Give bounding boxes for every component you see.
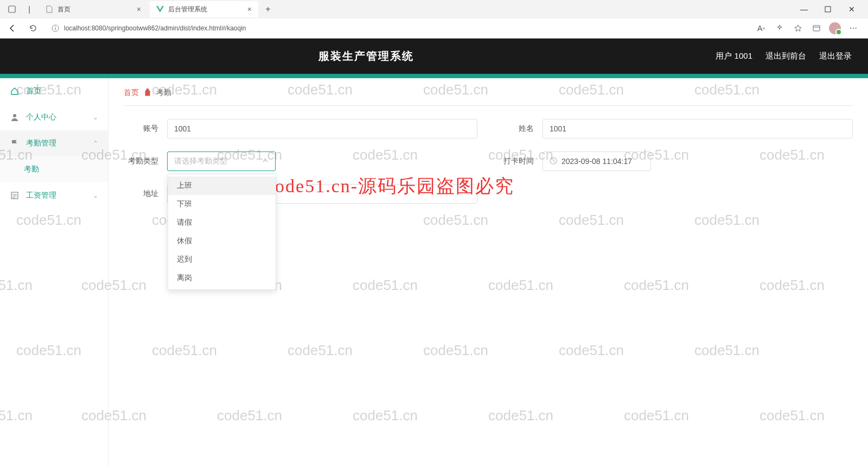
name-input[interactable] [542, 119, 853, 138]
window-controls: — ✕ [792, 1, 864, 17]
svg-point-7 [13, 114, 16, 117]
sidebar-item-salary-mgmt[interactable]: 工资管理 ⌄ [0, 182, 108, 209]
profile-avatar[interactable] [829, 22, 841, 34]
tab-label: 后台管理系统 [168, 5, 207, 14]
app-header: 服装生产管理系统 用户 1001 退出到前台 退出登录 [0, 39, 868, 74]
form-row-account: 账号 [124, 119, 477, 138]
back-button[interactable] [4, 20, 21, 36]
type-option[interactable]: 上班 [168, 176, 276, 195]
sidebar: 首页 个人中心 ⌄ 考勤管理 ⌃ 考勤 工资管理 ⌄ [0, 78, 108, 467]
svg-rect-1 [825, 7, 831, 12]
read-aloud-icon[interactable]: A» [755, 22, 767, 34]
svg-rect-5 [813, 26, 820, 31]
account-field[interactable] [174, 124, 470, 133]
url-text: localhost:8080/springbootww862/admin/dis… [64, 24, 246, 32]
checklist-icon [10, 191, 20, 200]
time-value: 2023-09-08 11:04:17 [561, 157, 632, 166]
account-input[interactable] [167, 119, 477, 138]
logout-link[interactable]: 退出登录 [819, 51, 852, 61]
close-icon[interactable]: × [137, 5, 141, 14]
chevron-down-icon: ⌄ [93, 192, 98, 199]
chevron-up-icon: ⌃ [93, 140, 98, 147]
time-label: 打卡时间 [499, 156, 542, 166]
svg-point-4 [55, 26, 56, 27]
sidebar-item-personal[interactable]: 个人中心 ⌄ [0, 104, 108, 130]
name-field[interactable] [550, 124, 846, 133]
name-label: 姓名 [499, 124, 542, 134]
form-row-time: 打卡时间 2023-09-08 11:04:17 [499, 152, 853, 171]
sidebar-label: 个人中心 [26, 112, 56, 122]
chevron-down-icon: ⌄ [93, 113, 98, 121]
sidebar-item-attendance[interactable]: 考勤 [0, 156, 108, 182]
toolbar-right: A» ⋯ [755, 22, 864, 34]
svg-rect-0 [9, 6, 15, 12]
refresh-button[interactable] [25, 20, 41, 36]
exit-front-link[interactable]: 退出到前台 [765, 51, 806, 61]
type-placeholder: 请选择考勤类型 [174, 156, 227, 166]
content: 首页 考勤 账号 姓名 考勤类型 请选 [108, 78, 868, 467]
type-option[interactable]: 迟到 [168, 250, 276, 269]
close-window-button[interactable]: ✕ [840, 1, 864, 17]
type-option[interactable]: 下班 [168, 195, 276, 213]
star-sparkle-icon[interactable] [774, 22, 786, 34]
clock-icon [550, 157, 557, 166]
new-tab-button[interactable]: + [260, 2, 276, 17]
type-option[interactable]: 休假 [168, 232, 276, 250]
sidebar-label: 工资管理 [26, 191, 56, 200]
vue-icon [156, 5, 164, 13]
type-option[interactable]: 离岗 [168, 269, 276, 287]
address-label: 地址 [124, 189, 167, 199]
breadcrumb-current: 考勤 [156, 88, 171, 98]
sidebar-label: 考勤管理 [26, 138, 56, 148]
more-icon[interactable]: ⋯ [847, 22, 859, 34]
page-icon [46, 5, 53, 13]
app-title: 服装生产管理系统 [16, 49, 716, 64]
sidebar-label: 首页 [26, 86, 41, 96]
breadcrumb: 首页 考勤 [124, 88, 853, 98]
account-label: 账号 [124, 124, 167, 134]
tab-home[interactable]: 首页 × [39, 1, 148, 17]
sidebar-label: 考勤 [24, 165, 39, 174]
site-info-icon[interactable] [51, 24, 60, 33]
type-dropdown: 上班 下班 请假 休假 迟到 离岗 [168, 174, 276, 290]
divider [124, 105, 853, 106]
form: 账号 姓名 考勤类型 请选择考勤类型 上班 [124, 119, 853, 204]
user-label[interactable]: 用户 1001 [716, 51, 752, 61]
breadcrumb-bag-icon [144, 89, 151, 98]
url-field[interactable]: localhost:8080/springbootww862/admin/dis… [46, 21, 751, 36]
sidebar-item-home[interactable]: 首页 [0, 78, 108, 104]
form-row-name: 姓名 [499, 119, 853, 138]
time-input[interactable]: 2023-09-08 11:04:17 [542, 152, 651, 171]
user-icon [10, 112, 20, 122]
sidebar-item-attendance-mgmt[interactable]: 考勤管理 ⌃ [0, 130, 108, 156]
chevron-up-icon [262, 157, 269, 166]
type-label: 考勤类型 [124, 156, 167, 166]
address-bar: localhost:8080/springbootww862/admin/dis… [0, 18, 868, 38]
tab-admin[interactable]: 后台管理系统 × [150, 1, 258, 17]
form-row-type: 考勤类型 请选择考勤类型 上班 下班 请假 休假 迟到 离岗 [124, 152, 477, 171]
tab-bar: | 首页 × 后台管理系统 × + — ✕ [0, 0, 868, 18]
home-icon [10, 86, 20, 96]
main: 首页 个人中心 ⌄ 考勤管理 ⌃ 考勤 工资管理 ⌄ [0, 78, 868, 467]
favorites-icon[interactable] [792, 22, 804, 34]
tab-divider: | [25, 5, 34, 14]
accent-strip [0, 74, 868, 78]
minimize-button[interactable]: — [792, 1, 816, 17]
tabs-overview-icon[interactable] [8, 5, 16, 14]
close-icon[interactable]: × [247, 5, 252, 14]
browser-chrome: | 首页 × 后台管理系统 × + — ✕ [0, 0, 868, 39]
tab-label: 首页 [58, 5, 71, 14]
type-select[interactable]: 请选择考勤类型 上班 下班 请假 休假 迟到 离岗 [167, 152, 276, 171]
type-option[interactable]: 请假 [168, 213, 276, 232]
maximize-button[interactable] [816, 1, 840, 17]
collections-icon[interactable] [810, 22, 822, 34]
flag-icon [10, 138, 20, 148]
breadcrumb-home[interactable]: 首页 [124, 88, 139, 98]
header-right: 用户 1001 退出到前台 退出登录 [716, 51, 852, 61]
